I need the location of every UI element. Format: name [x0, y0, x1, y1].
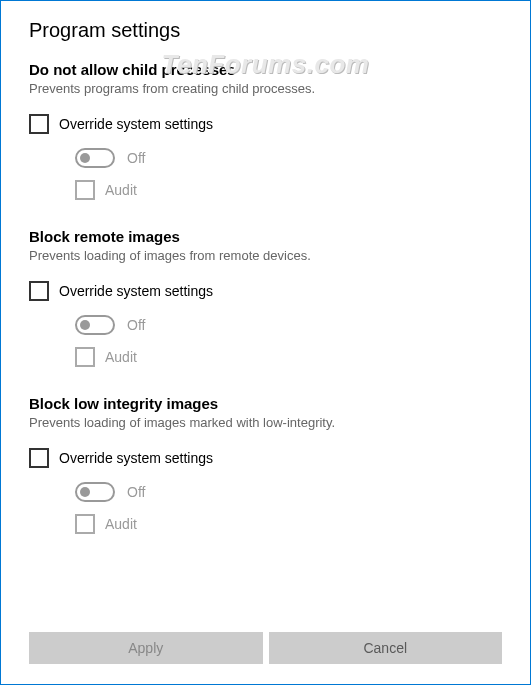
- scrollable-settings-list[interactable]: Do not allow child processes Prevents pr…: [29, 61, 516, 612]
- toggle-knob-icon: [80, 320, 90, 330]
- toggle-state-label: Off: [127, 484, 145, 500]
- override-label: Override system settings: [59, 450, 213, 466]
- toggle-row: Off: [75, 482, 508, 502]
- override-checkbox-row[interactable]: Override system settings: [29, 448, 508, 468]
- cancel-button[interactable]: Cancel: [269, 632, 503, 664]
- setting-section: Block low integrity images Prevents load…: [29, 395, 508, 534]
- toggle-knob-icon: [80, 153, 90, 163]
- toggle-row: Off: [75, 315, 508, 335]
- toggle-row: Off: [75, 148, 508, 168]
- page-title: Program settings: [1, 1, 530, 52]
- audit-checkbox[interactable]: [75, 347, 95, 367]
- audit-checkbox[interactable]: [75, 180, 95, 200]
- audit-label: Audit: [105, 516, 137, 532]
- toggle-knob-icon: [80, 487, 90, 497]
- setting-title: Do not allow child processes: [29, 61, 508, 78]
- override-label: Override system settings: [59, 116, 213, 132]
- override-label: Override system settings: [59, 283, 213, 299]
- dialog-footer: Apply Cancel: [29, 632, 502, 664]
- setting-title: Block low integrity images: [29, 395, 508, 412]
- audit-label: Audit: [105, 349, 137, 365]
- audit-checkbox-row[interactable]: Audit: [75, 180, 508, 200]
- override-checkbox[interactable]: [29, 448, 49, 468]
- setting-description: Prevents programs from creating child pr…: [29, 81, 508, 96]
- toggle-state-label: Off: [127, 150, 145, 166]
- override-checkbox[interactable]: [29, 114, 49, 134]
- setting-section: Block remote images Prevents loading of …: [29, 228, 508, 367]
- apply-button[interactable]: Apply: [29, 632, 263, 664]
- setting-description: Prevents loading of images from remote d…: [29, 248, 508, 263]
- override-checkbox-row[interactable]: Override system settings: [29, 114, 508, 134]
- setting-description: Prevents loading of images marked with l…: [29, 415, 508, 430]
- toggle-state-label: Off: [127, 317, 145, 333]
- audit-label: Audit: [105, 182, 137, 198]
- enable-toggle[interactable]: [75, 482, 115, 502]
- audit-checkbox-row[interactable]: Audit: [75, 347, 508, 367]
- setting-title: Block remote images: [29, 228, 508, 245]
- override-checkbox[interactable]: [29, 281, 49, 301]
- audit-checkbox-row[interactable]: Audit: [75, 514, 508, 534]
- setting-section: Do not allow child processes Prevents pr…: [29, 61, 508, 200]
- override-checkbox-row[interactable]: Override system settings: [29, 281, 508, 301]
- audit-checkbox[interactable]: [75, 514, 95, 534]
- enable-toggle[interactable]: [75, 315, 115, 335]
- enable-toggle[interactable]: [75, 148, 115, 168]
